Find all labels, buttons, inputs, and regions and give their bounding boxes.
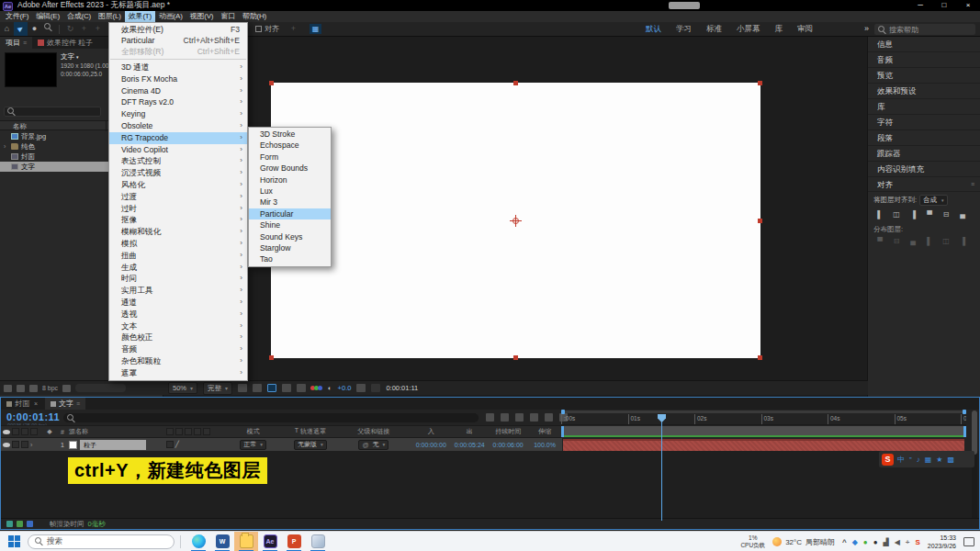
composition-timecode[interactable]: 0:00:01:11 xyxy=(386,384,418,392)
workspace-tab[interactable]: 库 xyxy=(775,24,783,35)
effects-menu-category[interactable]: 扭曲› xyxy=(109,250,247,262)
mask-visibility-icon[interactable] xyxy=(282,384,291,392)
align-right-button[interactable]: ▐ xyxy=(907,209,919,220)
panel-tab[interactable]: 库 xyxy=(868,99,980,115)
effects-menu-category[interactable]: 时间› xyxy=(109,273,247,285)
effects-menu-category[interactable]: 通道› xyxy=(109,297,247,309)
panel-menu-icon[interactable]: ≡ xyxy=(971,177,974,192)
effects-menu-category[interactable]: 生成› xyxy=(109,262,247,274)
workspace-overflow-icon[interactable]: » xyxy=(864,24,869,33)
handle-top-center[interactable] xyxy=(513,81,518,85)
menu-item[interactable]: 合成(C) xyxy=(63,11,95,22)
taskbar-search-input[interactable]: 搜索 xyxy=(28,534,175,549)
word-icon[interactable]: W xyxy=(210,532,234,551)
effects-menu-category[interactable]: 抠像› xyxy=(109,214,247,226)
handle-bottom-center[interactable] xyxy=(513,355,518,360)
panel-menu-icon[interactable]: ≡ xyxy=(76,398,80,410)
microphone-icon[interactable]: ♪ xyxy=(917,455,920,464)
stretch-column[interactable]: 伸缩 xyxy=(527,427,562,436)
project-search-input[interactable] xyxy=(4,107,101,117)
menu-item[interactable]: 窗口 xyxy=(217,11,239,22)
effects-menu-category[interactable]: 实用工具› xyxy=(109,285,247,297)
powerpoint-icon[interactable]: P xyxy=(282,532,306,551)
sogou-logo-icon[interactable]: S xyxy=(882,454,894,466)
quality-switch-icon[interactable] xyxy=(185,428,192,435)
help-search-input[interactable]: 搜索帮助 xyxy=(874,24,975,35)
layer-out-time[interactable]: 0:00:05:24 xyxy=(450,442,489,448)
align-left-button[interactable]: ▌ xyxy=(873,209,886,220)
layer-in-time[interactable]: 0:00:00:00 xyxy=(411,442,450,448)
workspace-tab[interactable]: 默认 xyxy=(646,24,661,35)
layer-stretch[interactable]: 100.0% xyxy=(527,442,562,448)
snapshot-camera-icon[interactable] xyxy=(356,384,366,392)
trapcode-submenu-item[interactable]: Echospace xyxy=(249,140,331,151)
expander-icon[interactable]: › xyxy=(4,143,8,150)
menu-item[interactable]: 文件(F) xyxy=(2,11,32,22)
transparency-grid-icon[interactable] xyxy=(267,384,276,392)
trapcode-submenu-item[interactable]: Grow Bounds xyxy=(249,163,331,174)
trapcode-submenu-item[interactable]: Particular xyxy=(249,208,331,219)
trapcode-submenu-item[interactable]: Horizon xyxy=(249,174,331,186)
delete-icon[interactable] xyxy=(62,385,71,392)
interpret-footage-icon[interactable] xyxy=(4,385,12,392)
workspace-tab[interactable]: 审阅 xyxy=(797,24,813,35)
panel-tab[interactable]: 信息 xyxy=(868,37,980,52)
menu-item[interactable]: 动画(A) xyxy=(155,11,186,22)
motion-blur-switch-icon[interactable] xyxy=(203,428,210,435)
new-folder-icon[interactable] xyxy=(17,385,25,392)
edge-icon[interactable] xyxy=(186,532,210,551)
effects-menu-category[interactable]: 模糊和锐化› xyxy=(109,226,247,238)
workspace-tab[interactable]: 小屏幕 xyxy=(737,24,760,35)
effect-switch-icon[interactable] xyxy=(194,428,201,435)
tab-effect-controls[interactable]: 效果控件 粒子 xyxy=(32,37,98,49)
selection-tool-icon[interactable]: ► xyxy=(14,22,28,36)
parent-pickwhip-dropdown[interactable]: @无▾ xyxy=(358,440,389,450)
effects-menu-category[interactable]: 模拟› xyxy=(109,238,247,250)
wps-icon[interactable] xyxy=(306,532,330,551)
region-of-interest-icon[interactable] xyxy=(253,384,262,392)
minimize-button[interactable]: ─ xyxy=(908,0,932,11)
mode-column[interactable]: 模式 xyxy=(221,427,286,436)
in-column[interactable]: 入 xyxy=(411,427,450,436)
qq-icon[interactable]: ● xyxy=(873,538,878,546)
trapcode-submenu-item[interactable]: Lux xyxy=(249,186,331,197)
solo-icon[interactable] xyxy=(21,428,28,435)
preview-quality-icon[interactable] xyxy=(297,384,306,392)
menu-item[interactable]: 图层(L) xyxy=(95,11,125,22)
align-v-center-button[interactable]: ⊟ xyxy=(940,209,952,220)
motion-blur-icon[interactable] xyxy=(545,413,553,422)
punctuation-icon[interactable]: ” xyxy=(909,455,912,464)
shy-toggle[interactable] xyxy=(166,441,174,448)
cpu-monitor[interactable]: 1%CPU负载 xyxy=(740,534,765,549)
show-snapshot-icon[interactable] xyxy=(371,384,380,392)
skin-icon[interactable]: ★ xyxy=(936,455,942,464)
performance-icon[interactable] xyxy=(17,521,23,527)
shy-layers-icon[interactable] xyxy=(515,413,524,422)
panel-tab[interactable]: 内容识别填充 xyxy=(868,162,980,177)
anchor-point-crosshair[interactable] xyxy=(513,218,519,224)
menu-item[interactable]: 效果(T) xyxy=(125,11,155,22)
effects-menu-category[interactable]: Keying› xyxy=(109,108,247,120)
eye-icon[interactable] xyxy=(3,443,10,447)
close-button[interactable]: × xyxy=(956,0,980,11)
parent-link-column[interactable]: 父级和链接 xyxy=(335,427,411,436)
hand-tool-icon[interactable]: ● xyxy=(28,22,41,36)
camera-tool-icon[interactable]: + xyxy=(77,22,91,36)
grid-options-icon[interactable]: ▦ xyxy=(310,24,321,34)
effects-menu-item[interactable]: 效果控件(E)F3 xyxy=(109,24,247,35)
collapse-switch-icon[interactable] xyxy=(175,428,183,435)
workspace-tab[interactable]: 学习 xyxy=(676,24,692,35)
panel-tab[interactable]: 字符 xyxy=(868,115,980,130)
pan-behind-tool-icon[interactable]: + xyxy=(91,22,105,36)
trapcode-submenu-item[interactable]: 3D Stroke xyxy=(249,129,331,140)
handle-top-left[interactable] xyxy=(269,81,274,85)
draft-3d-icon[interactable] xyxy=(501,413,509,422)
handle-bottom-left[interactable] xyxy=(269,355,274,360)
file-explorer-icon[interactable] xyxy=(234,532,258,551)
lock-icon[interactable] xyxy=(30,428,38,435)
network-icon[interactable]: ▟ xyxy=(884,538,889,546)
maximize-button[interactable]: □ xyxy=(932,0,956,11)
eye-icon[interactable] xyxy=(3,430,10,434)
align-panel-header[interactable]: 对齐 ≡ xyxy=(868,177,980,192)
effects-menu-category[interactable]: 遮罩› xyxy=(109,367,247,379)
